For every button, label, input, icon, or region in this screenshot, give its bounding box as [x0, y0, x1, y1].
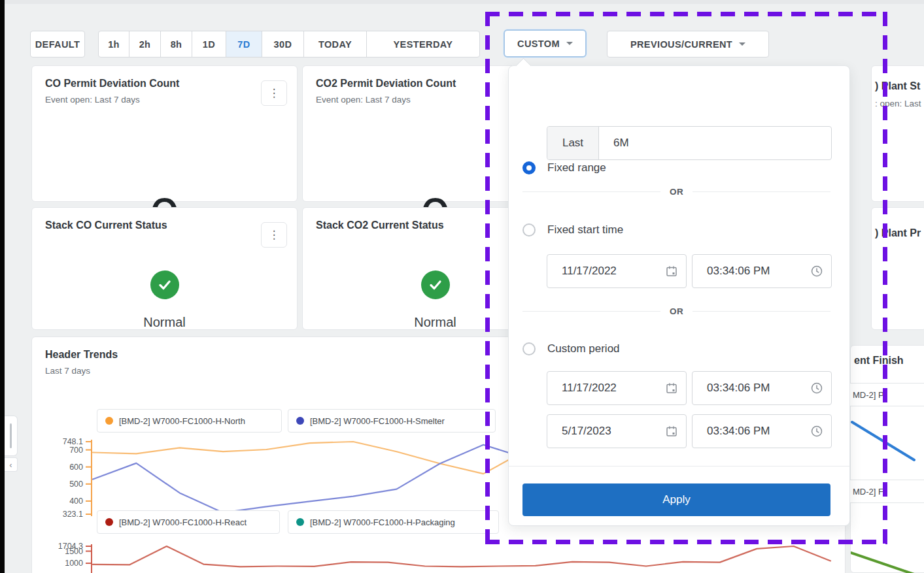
collapse-arrow-button[interactable]: ‹: [5, 457, 18, 472]
svg-text:1500: 1500: [65, 547, 83, 556]
card-subtitle: Event open: Last 7 days: [45, 95, 140, 105]
legend-chip-smelter[interactable]: [BMD-2] W7000-FC1000-H-Smelter: [288, 409, 496, 433]
legend-label: [BMD-2] W7000-FC1000-H-React: [119, 517, 247, 527]
card-subtitle: Event open: Last 7 days: [316, 95, 411, 105]
svg-text:400: 400: [69, 497, 83, 506]
default-range-button[interactable]: DEFAULT: [30, 31, 85, 57]
card-title: Stack CO Current Status: [45, 220, 167, 231]
status-ok-icon: [150, 270, 179, 299]
or-label: OR: [670, 187, 683, 197]
annotation-rect-top: [485, 12, 887, 16]
legend-dot: [296, 518, 304, 526]
kebab-menu-icon[interactable]: ⋮: [261, 80, 287, 106]
fixed-range-value: 6M: [599, 137, 831, 150]
annotation-rect-right: [883, 12, 887, 544]
fixed-start-label: Fixed start time: [547, 223, 623, 237]
previous-current-dropdown-button[interactable]: PREVIOUS/CURRENT: [607, 31, 769, 57]
legend-dot: [105, 518, 113, 526]
status-text: Normal: [143, 315, 185, 330]
custom-end-date-input[interactable]: 5/17/2023: [547, 414, 687, 448]
time-value: 03:34:06 PM: [693, 382, 810, 395]
dashboard-screen: DEFAULT 1h 2h 8h 1D 7D 30D TODAY YESTERD…: [0, 0, 924, 573]
card-title: CO Permit Deviation Count: [45, 78, 179, 90]
clock-icon[interactable]: [810, 425, 823, 438]
fixed-start-time-input[interactable]: 03:34:06 PM: [692, 254, 832, 288]
handle-grip: [10, 423, 12, 448]
card-title-fragment: ent Finish: [854, 355, 904, 367]
fixed-range-option: Fixed range: [522, 161, 606, 174]
card-title-fragment: ) Plant Pr: [875, 227, 921, 239]
header-trends-bottom-chart: 1704.315001000: [39, 541, 844, 573]
legend-label-fragment: MD-2] Pr: [853, 390, 887, 400]
date-value: 11/17/2022: [547, 382, 665, 395]
custom-period-option: Custom period: [522, 342, 620, 355]
card-subtitle: Last 7 days: [45, 366, 90, 376]
card-title: CO2 Permit Deviation Count: [316, 78, 456, 90]
range-30d[interactable]: 30D: [262, 31, 304, 57]
card-title: Header Trends: [45, 349, 118, 361]
date-value: 11/17/2022: [547, 265, 665, 278]
svg-text:323.1: 323.1: [63, 510, 83, 519]
clock-icon[interactable]: [810, 265, 823, 278]
co-deviation-card: CO Permit Deviation Count Event open: La…: [31, 65, 298, 202]
card-subtitle-fragment: : open: Last: [875, 99, 921, 108]
fixed-range-input[interactable]: Last 6M: [547, 126, 832, 160]
card-title-fragment: ) Plant St: [875, 80, 920, 92]
stack-co-status-card: Stack CO Current Status ⋮ Normal: [31, 207, 298, 330]
partial-plant-status-card: ) Plant St : open: Last: [871, 65, 924, 202]
calendar-icon[interactable]: [665, 265, 678, 278]
radio-selected[interactable]: [522, 161, 536, 174]
legend-dot: [296, 417, 304, 425]
custom-period-label: Custom period: [547, 342, 620, 355]
annotation-rect-bottom: [485, 540, 887, 544]
custom-end-time-input[interactable]: 03:34:06 PM: [692, 414, 832, 448]
range-8h[interactable]: 8h: [161, 31, 192, 57]
apply-button[interactable]: Apply: [522, 483, 830, 516]
legend-dot: [105, 417, 113, 425]
custom-start-time-input[interactable]: 03:34:06 PM: [692, 371, 832, 405]
legend-label-fragment: MD-2] Fi: [853, 487, 885, 497]
calendar-icon[interactable]: [665, 382, 678, 395]
status-ok-icon: [421, 270, 450, 299]
radio-unselected[interactable]: [522, 223, 536, 237]
fixed-range-label: Fixed range: [547, 161, 606, 174]
legend-label: [BMD-2] W7000-FC1000-H-Smelter: [310, 416, 445, 426]
popover-footer-divider: [509, 466, 849, 467]
or-divider: OR: [522, 306, 830, 316]
custom-range-dropdown-button[interactable]: CUSTOM: [504, 29, 587, 57]
legend-chip-react[interactable]: [BMD-2] W7000-FC1000-H-React: [97, 510, 280, 534]
range-1d[interactable]: 1D: [192, 31, 226, 57]
range-7d[interactable]: 7D: [226, 31, 262, 57]
popover-caret: [515, 57, 531, 73]
range-2h[interactable]: 2h: [129, 31, 161, 57]
last-prefix: Last: [547, 127, 599, 159]
time-value: 03:34:06 PM: [693, 265, 810, 278]
or-label: OR: [670, 306, 683, 316]
chevron-down-icon: [566, 42, 573, 45]
panel-resize-handle[interactable]: [5, 416, 18, 456]
svg-text:700: 700: [69, 446, 83, 455]
annotation-rect-left: [485, 12, 490, 544]
calendar-icon[interactable]: [665, 425, 678, 438]
clock-icon[interactable]: [810, 382, 823, 395]
kebab-menu-icon[interactable]: ⋮: [261, 222, 287, 248]
radio-unselected[interactable]: [522, 342, 536, 355]
custom-start-date-input[interactable]: 11/17/2022: [547, 371, 687, 405]
range-yesterday[interactable]: YESTERDAY: [367, 31, 479, 57]
svg-text:600: 600: [69, 463, 83, 472]
legend-label: [BMD-2] W7000-FC1000-H-Packaging: [310, 517, 455, 527]
status-text: Normal: [414, 315, 456, 330]
left-black-edge: [0, 0, 5, 573]
svg-text:1000: 1000: [65, 559, 83, 568]
legend-label: [BMD-2] W7000-FC1000-H-North: [119, 416, 245, 426]
chevron-down-icon: [739, 42, 745, 46]
fixed-start-date-input[interactable]: 11/17/2022: [547, 254, 687, 288]
legend-chip-packaging[interactable]: [BMD-2] W7000-FC1000-H-Packaging: [288, 510, 499, 534]
range-today[interactable]: TODAY: [304, 31, 367, 57]
range-1h[interactable]: 1h: [99, 31, 129, 57]
previous-current-label: PREVIOUS/CURRENT: [630, 39, 732, 50]
svg-text:500: 500: [69, 480, 83, 489]
legend-chip-north[interactable]: [BMD-2] W7000-FC1000-H-North: [97, 409, 282, 433]
card-title: Stack CO2 Current Status: [316, 220, 444, 231]
partial-plant-pr-card: ) Plant Pr: [871, 207, 924, 330]
